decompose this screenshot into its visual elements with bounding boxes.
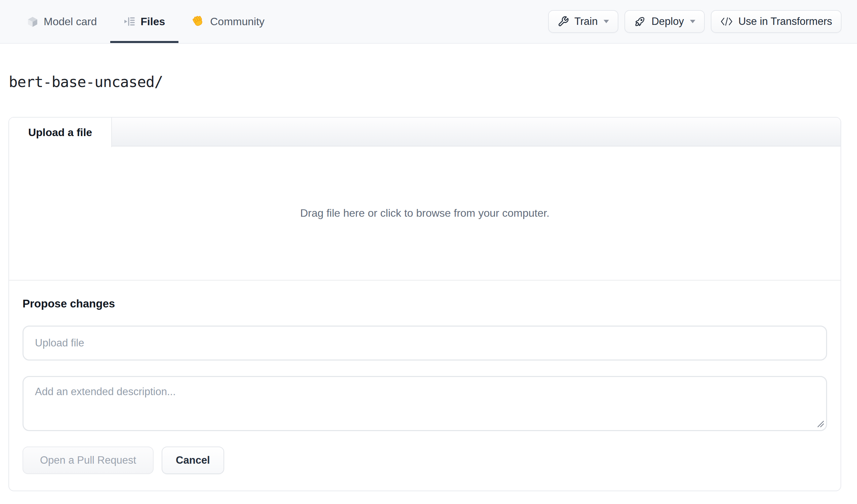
breadcrumb[interactable]: bert-base-uncased/ bbox=[9, 73, 857, 90]
tab-files[interactable]: Files bbox=[110, 0, 179, 43]
upload-card-tabbar: Upload a file bbox=[9, 118, 841, 147]
upload-tab-label: Upload a file bbox=[28, 126, 92, 139]
chevron-down-icon bbox=[604, 20, 609, 23]
tab-upload-a-file[interactable]: Upload a file bbox=[9, 118, 112, 147]
tab-label: Files bbox=[140, 15, 165, 28]
deploy-button[interactable]: Deploy bbox=[624, 10, 705, 33]
description-field-wrap bbox=[22, 376, 827, 431]
extended-description-textarea[interactable] bbox=[22, 376, 827, 431]
tab-community[interactable]: Community bbox=[179, 0, 278, 43]
chevron-down-icon bbox=[690, 20, 695, 23]
upload-filename-input[interactable] bbox=[22, 325, 827, 360]
repo-tabs: Model card Files bbox=[14, 0, 278, 43]
header-spacer bbox=[278, 0, 548, 43]
upload-card: Upload a file Drag file here or click to… bbox=[9, 117, 841, 491]
propose-changes-section: Propose changes Open a Pull Request Canc… bbox=[9, 281, 841, 488]
cube-icon bbox=[27, 16, 38, 27]
tab-label: Model card bbox=[44, 15, 97, 28]
rocket-icon bbox=[634, 15, 646, 28]
code-icon bbox=[720, 17, 733, 26]
deploy-label: Deploy bbox=[651, 15, 684, 28]
propose-actions: Open a Pull Request Cancel bbox=[22, 447, 827, 474]
tab-label: Community bbox=[210, 15, 265, 28]
header-actions: Train Deploy Use in Tr bbox=[548, 0, 842, 43]
file-dropzone[interactable]: Drag file here or click to browse from y… bbox=[9, 147, 841, 281]
use-in-transformers-button[interactable]: Use in Transformers bbox=[711, 10, 842, 33]
files-list-icon bbox=[124, 16, 135, 27]
wrench-icon bbox=[557, 16, 569, 27]
waving-hand-icon bbox=[192, 15, 205, 28]
textarea-resize-handle[interactable] bbox=[816, 419, 824, 428]
train-button[interactable]: Train bbox=[548, 10, 618, 33]
open-pull-request-button[interactable]: Open a Pull Request bbox=[22, 447, 154, 474]
propose-changes-heading: Propose changes bbox=[22, 297, 827, 310]
dropzone-hint: Drag file here or click to browse from y… bbox=[300, 207, 550, 219]
cancel-button[interactable]: Cancel bbox=[162, 447, 224, 474]
train-label: Train bbox=[574, 15, 598, 28]
repo-header: Model card Files bbox=[0, 0, 857, 44]
tab-model-card[interactable]: Model card bbox=[14, 0, 110, 43]
use-in-transformers-label: Use in Transformers bbox=[738, 15, 832, 28]
